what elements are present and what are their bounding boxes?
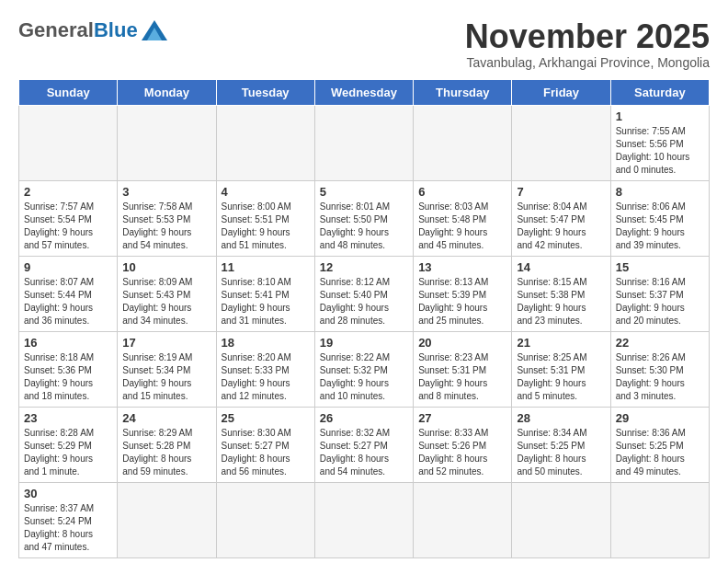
day-info: Sunrise: 8:06 AM Sunset: 5:45 PM Dayligh…: [616, 201, 704, 252]
logo-blue-text: Blue: [94, 18, 138, 42]
calendar-day-cell: 10Sunrise: 8:09 AM Sunset: 5:43 PM Dayli…: [118, 256, 216, 331]
calendar-day-cell: 4Sunrise: 8:00 AM Sunset: 5:51 PM Daylig…: [216, 180, 314, 256]
calendar-day-cell: [610, 482, 709, 557]
subtitle: Tavanbulag, Arkhangai Province, Mongolia: [465, 55, 710, 70]
calendar-day-cell: 27Sunrise: 8:33 AM Sunset: 5:26 PM Dayli…: [414, 407, 512, 482]
calendar-day-cell: [314, 105, 413, 180]
calendar-day-cell: 22Sunrise: 8:26 AM Sunset: 5:30 PM Dayli…: [610, 331, 709, 407]
day-number: 15: [616, 260, 704, 274]
day-number: 27: [418, 411, 506, 425]
day-number: 30: [24, 487, 112, 500]
day-info: Sunrise: 8:19 AM Sunset: 5:34 PM Dayligh…: [122, 351, 210, 403]
calendar-day-cell: 18Sunrise: 8:20 AM Sunset: 5:33 PM Dayli…: [216, 331, 314, 407]
day-info: Sunrise: 8:00 AM Sunset: 5:51 PM Dayligh…: [222, 201, 310, 252]
day-info: Sunrise: 8:33 AM Sunset: 5:26 PM Dayligh…: [418, 427, 506, 478]
day-number: 14: [517, 260, 605, 274]
header: General Blue November 2025 Tavanbulag, A…: [18, 18, 710, 70]
calendar-day-cell: 29Sunrise: 8:36 AM Sunset: 5:25 PM Dayli…: [610, 407, 709, 482]
calendar-day-cell: 9Sunrise: 8:07 AM Sunset: 5:44 PM Daylig…: [19, 256, 118, 331]
calendar-day-cell: 28Sunrise: 8:34 AM Sunset: 5:25 PM Dayli…: [512, 407, 610, 482]
calendar-day-cell: [512, 105, 610, 180]
calendar-day-cell: 12Sunrise: 8:12 AM Sunset: 5:40 PM Dayli…: [314, 256, 413, 331]
day-number: 23: [24, 411, 112, 425]
day-number: 10: [122, 260, 210, 274]
calendar-day-cell: 19Sunrise: 8:22 AM Sunset: 5:32 PM Dayli…: [314, 331, 413, 407]
calendar-day-cell: 11Sunrise: 8:10 AM Sunset: 5:41 PM Dayli…: [216, 256, 314, 331]
day-info: Sunrise: 8:34 AM Sunset: 5:25 PM Dayligh…: [517, 427, 605, 478]
day-info: Sunrise: 8:23 AM Sunset: 5:31 PM Dayligh…: [418, 351, 506, 403]
weekday-header-monday: Monday: [118, 79, 216, 105]
day-info: Sunrise: 8:03 AM Sunset: 5:48 PM Dayligh…: [418, 201, 506, 252]
weekday-header-sunday: Sunday: [19, 79, 118, 105]
day-info: Sunrise: 7:55 AM Sunset: 5:56 PM Dayligh…: [616, 125, 704, 177]
day-info: Sunrise: 8:26 AM Sunset: 5:30 PM Dayligh…: [616, 351, 704, 403]
calendar-day-cell: [216, 482, 314, 557]
calendar-day-cell: [314, 482, 413, 557]
day-number: 8: [616, 185, 704, 199]
calendar-day-cell: 6Sunrise: 8:03 AM Sunset: 5:48 PM Daylig…: [414, 180, 512, 256]
day-number: 21: [517, 336, 605, 350]
calendar-day-cell: [118, 105, 216, 180]
month-title: November 2025: [465, 18, 710, 55]
day-info: Sunrise: 8:32 AM Sunset: 5:27 PM Dayligh…: [320, 427, 408, 478]
calendar-day-cell: 3Sunrise: 7:58 AM Sunset: 5:53 PM Daylig…: [118, 180, 216, 256]
day-info: Sunrise: 8:20 AM Sunset: 5:33 PM Dayligh…: [222, 351, 310, 403]
day-info: Sunrise: 8:10 AM Sunset: 5:41 PM Dayligh…: [222, 276, 310, 327]
calendar-day-cell: 20Sunrise: 8:23 AM Sunset: 5:31 PM Dayli…: [414, 331, 512, 407]
day-info: Sunrise: 8:13 AM Sunset: 5:39 PM Dayligh…: [418, 276, 506, 327]
weekday-header-wednesday: Wednesday: [314, 79, 413, 105]
day-number: 22: [616, 336, 704, 350]
day-info: Sunrise: 7:58 AM Sunset: 5:53 PM Dayligh…: [122, 201, 210, 252]
day-info: Sunrise: 8:29 AM Sunset: 5:28 PM Dayligh…: [122, 427, 210, 478]
calendar-day-cell: 16Sunrise: 8:18 AM Sunset: 5:36 PM Dayli…: [19, 331, 118, 407]
calendar-day-cell: [19, 105, 118, 180]
day-number: 24: [122, 411, 210, 425]
calendar-day-cell: 26Sunrise: 8:32 AM Sunset: 5:27 PM Dayli…: [314, 407, 413, 482]
calendar-day-cell: [118, 482, 216, 557]
day-number: 1: [616, 109, 704, 123]
day-info: Sunrise: 8:36 AM Sunset: 5:25 PM Dayligh…: [616, 427, 704, 478]
day-number: 11: [222, 260, 310, 274]
weekday-header-thursday: Thursday: [414, 79, 512, 105]
calendar-week-row: 1Sunrise: 7:55 AM Sunset: 5:56 PM Daylig…: [19, 105, 710, 180]
calendar-day-cell: 17Sunrise: 8:19 AM Sunset: 5:34 PM Dayli…: [118, 331, 216, 407]
day-info: Sunrise: 8:12 AM Sunset: 5:40 PM Dayligh…: [320, 276, 408, 327]
calendar-day-cell: [512, 482, 610, 557]
calendar-day-cell: 14Sunrise: 8:15 AM Sunset: 5:38 PM Dayli…: [512, 256, 610, 331]
calendar-day-cell: 8Sunrise: 8:06 AM Sunset: 5:45 PM Daylig…: [610, 180, 709, 256]
calendar-week-row: 9Sunrise: 8:07 AM Sunset: 5:44 PM Daylig…: [19, 256, 710, 331]
logo-general-text: General: [18, 18, 94, 42]
calendar-day-cell: 5Sunrise: 8:01 AM Sunset: 5:50 PM Daylig…: [314, 180, 413, 256]
day-info: Sunrise: 8:25 AM Sunset: 5:31 PM Dayligh…: [517, 351, 605, 403]
title-section: November 2025 Tavanbulag, Arkhangai Prov…: [465, 18, 710, 70]
calendar-week-row: 30Sunrise: 8:37 AM Sunset: 5:24 PM Dayli…: [19, 482, 710, 557]
weekday-header-tuesday: Tuesday: [216, 79, 314, 105]
day-info: Sunrise: 8:30 AM Sunset: 5:27 PM Dayligh…: [222, 427, 310, 478]
day-number: 12: [320, 260, 408, 274]
logo-icon: [142, 20, 167, 40]
day-number: 17: [122, 336, 210, 350]
calendar-day-cell: 23Sunrise: 8:28 AM Sunset: 5:29 PM Dayli…: [19, 407, 118, 482]
calendar-day-cell: 1Sunrise: 7:55 AM Sunset: 5:56 PM Daylig…: [610, 105, 709, 180]
day-info: Sunrise: 8:15 AM Sunset: 5:38 PM Dayligh…: [517, 276, 605, 327]
calendar-week-row: 16Sunrise: 8:18 AM Sunset: 5:36 PM Dayli…: [19, 331, 710, 407]
day-number: 5: [320, 185, 408, 199]
day-info: Sunrise: 8:22 AM Sunset: 5:32 PM Dayligh…: [320, 351, 408, 403]
day-info: Sunrise: 8:07 AM Sunset: 5:44 PM Dayligh…: [24, 276, 112, 327]
day-number: 3: [122, 185, 210, 199]
day-info: Sunrise: 8:28 AM Sunset: 5:29 PM Dayligh…: [24, 427, 112, 478]
day-number: 26: [320, 411, 408, 425]
calendar-week-row: 23Sunrise: 8:28 AM Sunset: 5:29 PM Dayli…: [19, 407, 710, 482]
calendar-week-row: 2Sunrise: 7:57 AM Sunset: 5:54 PM Daylig…: [19, 180, 710, 256]
day-info: Sunrise: 8:04 AM Sunset: 5:47 PM Dayligh…: [517, 201, 605, 252]
day-number: 29: [616, 411, 704, 425]
weekday-header-friday: Friday: [512, 79, 610, 105]
calendar-day-cell: 2Sunrise: 7:57 AM Sunset: 5:54 PM Daylig…: [19, 180, 118, 256]
day-number: 9: [24, 260, 112, 274]
day-number: 2: [24, 185, 112, 199]
weekday-header-saturday: Saturday: [610, 79, 709, 105]
day-number: 7: [517, 185, 605, 199]
weekday-header-row: SundayMondayTuesdayWednesdayThursdayFrid…: [19, 79, 710, 105]
calendar-day-cell: 15Sunrise: 8:16 AM Sunset: 5:37 PM Dayli…: [610, 256, 709, 331]
day-number: 13: [418, 260, 506, 274]
